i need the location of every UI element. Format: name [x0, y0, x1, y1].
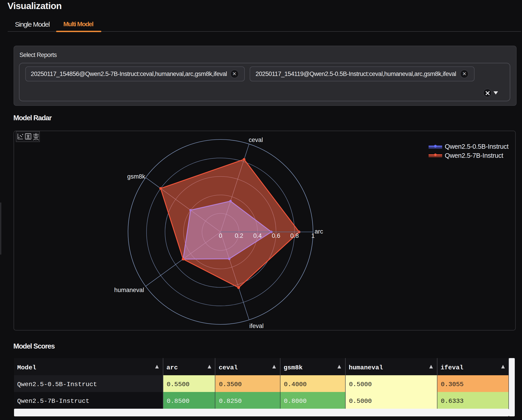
- svg-text:0: 0: [218, 232, 222, 239]
- svg-text:gsm8k: gsm8k: [127, 173, 145, 180]
- svg-text:0.2: 0.2: [235, 232, 243, 239]
- svg-text:ifeval: ifeval: [249, 322, 263, 329]
- svg-text:ceval: ceval: [248, 136, 263, 143]
- svg-text:1: 1: [311, 232, 314, 239]
- svg-text:arc: arc: [314, 228, 323, 235]
- svg-text:0.4: 0.4: [253, 232, 262, 239]
- svg-text:0.8: 0.8: [290, 232, 299, 239]
- svg-text:Qwen2.5-7B-Instruct: Qwen2.5-7B-Instruct: [445, 152, 503, 159]
- svg-text:humaneval: humaneval: [114, 286, 144, 293]
- svg-text:Qwen2.5-0.5B-Instruct: Qwen2.5-0.5B-Instruct: [445, 143, 508, 150]
- svg-text:0.6: 0.6: [272, 232, 280, 239]
